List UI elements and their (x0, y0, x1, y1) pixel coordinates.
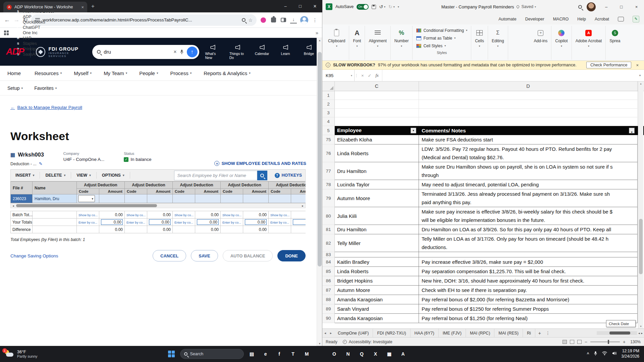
pin-icon[interactable] (516, 5, 520, 8)
amount-cell[interactable] (243, 194, 269, 203)
employee-cell[interactable]: Sarah Vinyard (335, 304, 419, 314)
cancel-button[interactable]: CANCEL (153, 250, 186, 261)
microphone-icon[interactable] (594, 351, 597, 357)
tab-close-icon[interactable]: × (81, 5, 84, 10)
subnav-item[interactable]: Favorites ▾ (34, 85, 57, 91)
subnav-item[interactable]: Setup ▾ (7, 85, 23, 91)
browser-profile-avatar[interactable] (300, 16, 308, 24)
scroll-left-icon[interactable]: ◂ (11, 203, 16, 208)
scroll-up-icon[interactable]: ▴ (317, 39, 322, 42)
formula-input[interactable] (382, 70, 636, 81)
adjust-deduction-header[interactable]: Adjust Deduction (173, 182, 221, 189)
row-number[interactable]: 80 (322, 207, 335, 225)
notes-cell[interactable]: Pay separation compensation $1,225.70. T… (419, 267, 638, 276)
bookmarks-overflow-icon[interactable]: » (316, 30, 318, 36)
row-number[interactable]: 1 (322, 91, 335, 100)
row-number[interactable]: 85 (322, 267, 335, 276)
wifi-icon[interactable] (602, 351, 607, 357)
row-number[interactable]: 87 (322, 286, 335, 295)
show-by-link[interactable]: Show by co... (126, 213, 146, 217)
employee-cell[interactable]: Autumn Moore (335, 286, 419, 295)
row-number[interactable]: 77 (322, 162, 335, 180)
view-menu[interactable]: VIEW▾ (71, 172, 96, 179)
copilot-button[interactable]: Copilot▾ (555, 28, 568, 48)
new-tab-button[interactable]: + (91, 3, 95, 10)
employee-cell[interactable]: Amanda Karagosian (335, 295, 419, 304)
clear-search-icon[interactable]: × (173, 49, 176, 55)
adobe-acrobat-button[interactable]: AAdobe Acrobat▾ (576, 28, 602, 48)
undo-icon[interactable]: ↺ (379, 4, 383, 9)
employee-cell[interactable]: Linda Roberts (335, 267, 419, 276)
excel-restore-button[interactable]: □ (614, 0, 629, 13)
start-button[interactable] (166, 348, 178, 360)
back-icon[interactable]: ← (4, 16, 10, 23)
code-header[interactable]: Code (125, 189, 147, 194)
employee-cell[interactable]: Amanda Karagosian (335, 314, 419, 323)
notes-cell[interactable]: May need to adjust timecard, potential L… (419, 180, 638, 189)
zoom-level[interactable]: 130% (629, 340, 641, 344)
scroll-down-icon[interactable]: ▾ (638, 325, 643, 328)
notes-cell[interactable] (419, 109, 638, 117)
taskbar-search[interactable]: Search (180, 349, 244, 359)
notes-cell[interactable]: Pay referral bonus of $1250 for referrin… (419, 304, 638, 314)
accessibility-status[interactable]: ✓ Accessibility: Investigate (343, 340, 392, 344)
code-header[interactable]: Code (77, 189, 99, 194)
browser-maximize-button[interactable]: □ (293, 0, 308, 12)
enter-by-link[interactable]: Enter by co... (78, 221, 97, 224)
show-by-link[interactable]: Show by co... (222, 213, 241, 217)
amount-header[interactable]: Amount (147, 189, 173, 194)
notes-cell[interactable]: Terminated 3/13/26. Jess already process… (419, 189, 638, 207)
adjust-deduction-header[interactable]: Adjust Deduction (125, 182, 173, 189)
excel-search-icon[interactable] (578, 5, 582, 9)
cells-group-button[interactable]: Cells▾ (475, 28, 484, 48)
notes-cell[interactable]: Check with EH to see if there is separat… (419, 286, 638, 295)
notes-cell[interactable] (419, 117, 638, 126)
bookmark-star-icon[interactable]: ☆ (248, 17, 253, 23)
row-number[interactable]: 84 (322, 257, 335, 267)
enter-by-link[interactable]: Enter by co... (174, 221, 193, 224)
row-number[interactable]: 83 (322, 252, 335, 257)
redo-icon[interactable]: ↻ (388, 4, 392, 9)
your-total-input[interactable]: 0.00 (149, 219, 171, 225)
volume-icon[interactable] (612, 351, 617, 357)
confirm-entry-icon[interactable]: ✓ (368, 73, 372, 78)
code-cell[interactable] (269, 194, 291, 203)
notes-cell[interactable]: Pay referral bonus of $1,250 (for referr… (419, 314, 638, 323)
notes-cell[interactable]: Pay referral bonus of $2,000 (for referr… (419, 295, 638, 304)
file-column-header[interactable]: File # (11, 182, 33, 194)
adjust-deduction-header[interactable]: Adjust Deduction (269, 182, 306, 189)
amount-cell[interactable] (147, 194, 173, 203)
hotkeys-button[interactable]: ?HOTKEYS (275, 173, 302, 178)
format-as-table-button[interactable]: Format as Table▾ (416, 34, 455, 42)
sheet-horizontal-scrollbar[interactable] (597, 331, 637, 335)
ribbon-tab[interactable]: Automate (498, 17, 517, 21)
employee-cell[interactable]: Dru Hamilton (335, 162, 419, 180)
notes-cell[interactable]: Make sure pay increase is effective 3/8/… (419, 207, 638, 225)
file-number-cell[interactable]: 236023 (11, 194, 33, 203)
column-header-d[interactable]: D (419, 81, 638, 91)
save-icon[interactable] (372, 5, 376, 9)
share-edit-icon[interactable]: ✎ (633, 16, 639, 22)
excel-close-button[interactable]: × (629, 0, 644, 13)
alignment-group-button[interactable]: Alignment▾ (369, 28, 386, 48)
sheet-scroll-left-icon[interactable]: ◂ (322, 331, 328, 335)
employee-cell[interactable] (335, 100, 419, 109)
adjust-deduction-header[interactable]: Adjust Deduction (221, 182, 269, 189)
notes-cell[interactable]: LDW: 3/5/26. Pay 72 regular hours. Payou… (419, 144, 638, 162)
row-number[interactable]: 86 (322, 276, 335, 286)
clipboard-group-button[interactable]: Clipboard▾ (328, 28, 345, 48)
insert-menu[interactable]: INSERT▾ (15, 172, 40, 179)
show-by-link[interactable]: Show by co... (78, 213, 98, 217)
code-header[interactable]: Code (221, 189, 243, 194)
row-number[interactable]: 78 (322, 180, 335, 189)
adp-search-input[interactable] (104, 49, 170, 55)
name-box[interactable]: K95▾ (322, 70, 355, 81)
employee-cell[interactable]: Dru Hamilton (335, 225, 419, 234)
employee-cell[interactable] (335, 252, 419, 257)
employee-cell[interactable]: Lucinda Taylor (335, 180, 419, 189)
employee-cell[interactable] (335, 117, 419, 126)
weather-widget[interactable]: 1 36°FPartly sunny (0, 350, 77, 358)
back-to-manage-payroll-link[interactable]: ←Back to Manage Regular Payroll (10, 105, 82, 110)
hidden-icons-chevron[interactable]: ^ (587, 352, 589, 356)
amount-header[interactable]: Amount (195, 189, 221, 194)
